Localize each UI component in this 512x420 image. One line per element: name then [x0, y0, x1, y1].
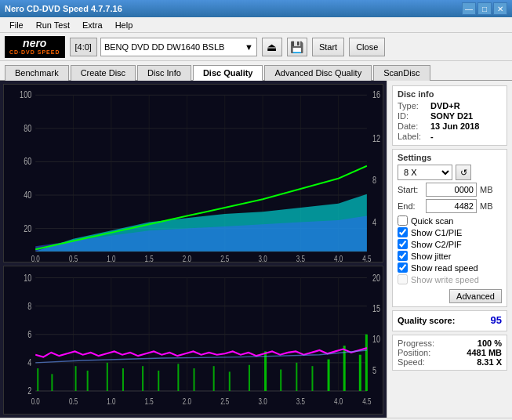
- title-bar: Nero CD-DVD Speed 4.7.7.16 — □ ✕: [0, 0, 512, 17]
- settings-section: Settings 8 X ↺ Start: MB End: MB Quick s…: [392, 149, 507, 307]
- quality-score-label: Quality score:: [398, 316, 455, 325]
- svg-text:10: 10: [24, 272, 31, 283]
- svg-text:4.5: 4.5: [362, 254, 371, 262]
- app-title: Nero CD-DVD Speed 4.7.7.16: [5, 4, 122, 13]
- minimize-button[interactable]: —: [462, 2, 476, 15]
- speed-select[interactable]: 8 X: [398, 165, 452, 180]
- end-input[interactable]: [426, 199, 477, 213]
- show-jitter-label: Show jitter: [411, 252, 451, 261]
- svg-text:40: 40: [24, 190, 31, 201]
- speed-value: 8.31 X: [477, 357, 502, 367]
- quick-scan-row: Quick scan: [398, 215, 502, 226]
- quality-score-value: 95: [491, 314, 502, 326]
- title-bar-text: Nero CD-DVD Speed 4.7.7.16: [5, 4, 122, 13]
- svg-text:6: 6: [27, 329, 31, 340]
- svg-text:5: 5: [372, 365, 376, 376]
- svg-rect-64: [280, 370, 281, 391]
- menu-extra[interactable]: Extra: [76, 19, 109, 31]
- svg-text:10: 10: [372, 333, 380, 344]
- svg-text:3.0: 3.0: [258, 254, 267, 262]
- svg-rect-70: [365, 335, 368, 391]
- tab-disc-info[interactable]: Disc Info: [137, 65, 191, 81]
- svg-text:0.5: 0.5: [69, 254, 78, 262]
- dropdown-arrow-icon: ▼: [245, 42, 253, 52]
- svg-text:8: 8: [372, 175, 376, 186]
- menu-file[interactable]: File: [3, 19, 30, 31]
- tab-create-disc[interactable]: Create Disc: [71, 65, 136, 81]
- disc-info-section: Disc info Type: DVD+R ID: SONY D21 Date:…: [392, 85, 507, 146]
- top-chart-svg: 100 80 60 40 20 16 12 8 4 0.0 0.5 1.0 1.…: [4, 85, 383, 262]
- svg-rect-36: [4, 266, 383, 414]
- refresh-button[interactable]: ↺: [456, 165, 471, 180]
- tab-benchmark[interactable]: Benchmark: [5, 65, 69, 81]
- top-chart: 100 80 60 40 20 16 12 8 4 0.0 0.5 1.0 1.…: [3, 84, 383, 262]
- speed-row-progress: Speed: 8.31 X: [398, 357, 502, 367]
- end-label: End:: [398, 201, 423, 211]
- show-read-speed-checkbox[interactable]: [398, 262, 408, 273]
- quick-scan-checkbox[interactable]: [398, 215, 408, 226]
- svg-text:1.5: 1.5: [145, 254, 154, 262]
- svg-text:80: 80: [24, 123, 31, 134]
- svg-text:20: 20: [24, 223, 31, 234]
- disc-label-row: Label: -: [398, 132, 502, 141]
- drive-select-group: [4:0] BENQ DVD DD DW1640 BSLB ▼: [70, 38, 257, 56]
- svg-rect-55: [122, 368, 124, 391]
- start-input[interactable]: [426, 183, 477, 197]
- start-label: Start:: [398, 185, 423, 194]
- svg-text:3.5: 3.5: [296, 254, 305, 262]
- progress-section: Progress: 100 % Position: 4481 MB Speed:…: [392, 335, 507, 371]
- tab-advanced-disc-quality[interactable]: Advanced Disc Quality: [264, 65, 372, 81]
- svg-text:2.5: 2.5: [220, 254, 229, 262]
- progress-row: Progress: 100 %: [398, 339, 502, 348]
- eject-icon-button[interactable]: ⏏: [262, 38, 282, 56]
- show-write-speed-label: Show write speed: [411, 275, 479, 284]
- settings-title: Settings: [398, 153, 502, 162]
- svg-text:12: 12: [372, 133, 380, 144]
- date-label: Date:: [398, 121, 427, 131]
- tab-bar: Benchmark Create Disc Disc Info Disc Qua…: [0, 61, 512, 81]
- show-c2-checkbox[interactable]: [398, 239, 408, 249]
- svg-text:1.5: 1.5: [145, 396, 154, 407]
- close-window-button[interactable]: ✕: [493, 2, 507, 15]
- drive-dropdown[interactable]: BENQ DVD DD DW1640 BSLB ▼: [100, 38, 257, 56]
- main-content: 100 80 60 40 20 16 12 8 4 0.0 0.5 1.0 1.…: [0, 81, 512, 418]
- svg-rect-52: [75, 366, 77, 391]
- menu-run-test[interactable]: Run Test: [30, 19, 76, 31]
- show-write-speed-row: Show write speed: [398, 274, 502, 284]
- show-write-speed-checkbox: [398, 274, 408, 284]
- show-c1-checkbox[interactable]: [398, 227, 408, 237]
- svg-text:0.5: 0.5: [69, 396, 78, 407]
- svg-rect-56: [142, 366, 143, 391]
- menu-bar: File Run Test Extra Help: [0, 17, 512, 33]
- position-label: Position:: [398, 348, 430, 357]
- svg-rect-69: [359, 355, 361, 391]
- close-button[interactable]: Close: [349, 38, 385, 56]
- svg-text:4: 4: [27, 357, 31, 368]
- svg-rect-53: [87, 371, 89, 391]
- nero-logo: nero CD·DVD SPEED: [5, 36, 65, 58]
- save-icon-button[interactable]: 💾: [287, 38, 307, 56]
- show-c2-row: Show C2/PIF: [398, 239, 502, 249]
- show-jitter-checkbox[interactable]: [398, 251, 408, 261]
- svg-text:3.5: 3.5: [296, 396, 306, 407]
- svg-text:4: 4: [372, 216, 376, 227]
- svg-text:4.5: 4.5: [362, 396, 372, 407]
- show-c2-label: Show C2/PIF: [411, 240, 462, 249]
- svg-text:100: 100: [20, 89, 31, 100]
- svg-text:1.0: 1.0: [107, 254, 115, 262]
- start-button[interactable]: Start: [312, 38, 344, 56]
- menu-help[interactable]: Help: [109, 19, 140, 31]
- svg-text:60: 60: [24, 156, 31, 167]
- id-label: ID:: [398, 111, 427, 121]
- svg-rect-66: [311, 366, 313, 391]
- maximize-button[interactable]: □: [478, 2, 492, 15]
- svg-rect-50: [37, 368, 38, 391]
- chart-area: 100 80 60 40 20 16 12 8 4 0.0 0.5 1.0 1.…: [0, 81, 387, 418]
- advanced-button[interactable]: Advanced: [449, 289, 502, 303]
- tab-scan-disc[interactable]: ScanDisc: [373, 65, 430, 81]
- tab-disc-quality[interactable]: Disc Quality: [193, 65, 263, 81]
- end-row: End: MB: [398, 199, 502, 213]
- type-value: DVD+R: [430, 101, 460, 110]
- position-value: 4481 MB: [467, 348, 502, 357]
- end-unit: MB: [480, 201, 493, 211]
